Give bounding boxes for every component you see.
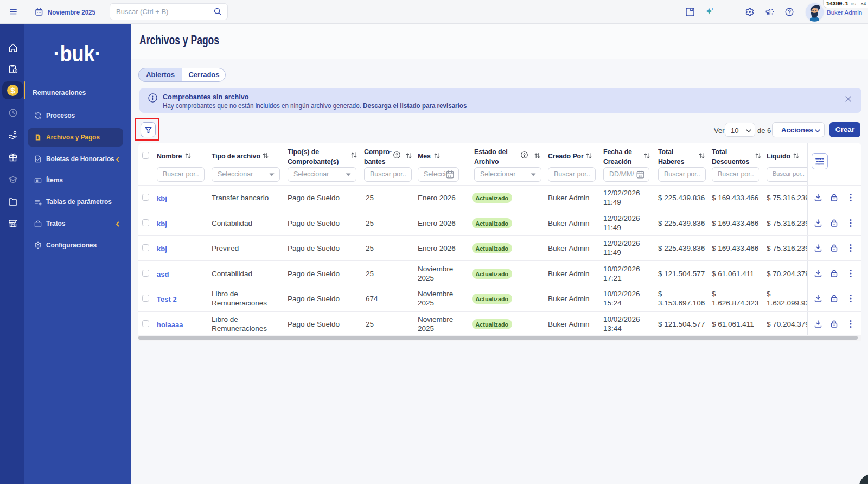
svg-text:$: $ [36, 136, 39, 140]
